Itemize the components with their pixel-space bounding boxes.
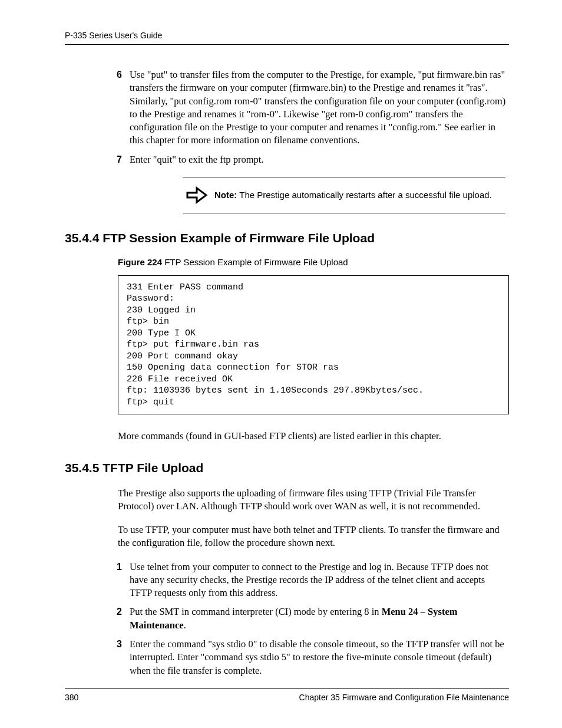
- step-number: 7: [117, 153, 122, 166]
- step-number: 1: [117, 561, 122, 574]
- section-heading-3545: 35.4.5 TFTP File Upload: [65, 461, 509, 475]
- step-list-b-container: 1 Use telnet from your computer to conne…: [118, 561, 509, 677]
- page-footer: 380 Chapter 35 Firmware and Configuratio…: [65, 688, 509, 702]
- paragraph: To use TFTP, your computer must have bot…: [118, 523, 509, 550]
- arrow-right-icon: [183, 183, 211, 207]
- paragraph: The Prestige also supports the uploading…: [118, 487, 509, 513]
- running-header: P-335 Series User's Guide: [65, 31, 509, 45]
- step-text: Put the SMT in command interpreter (CI) …: [130, 606, 458, 630]
- step-text-after: .: [184, 620, 186, 631]
- note-body: The Prestige automatically restarts afte…: [237, 190, 491, 200]
- step-item: 6 Use "put" to transfer files from the c…: [118, 68, 509, 147]
- step-number: 6: [117, 68, 122, 81]
- step-list-a-container: 6 Use "put" to transfer files from the c…: [118, 68, 509, 166]
- step-list-b: 1 Use telnet from your computer to conne…: [118, 561, 509, 677]
- note-block: Note: The Prestige automatically restart…: [183, 177, 505, 213]
- page-number: 380: [65, 693, 78, 702]
- step-number: 3: [117, 638, 122, 651]
- step-text: Enter the command "sys stdio 0" to disab…: [130, 638, 504, 676]
- step-item: 3 Enter the command "sys stdio 0" to dis…: [118, 638, 509, 677]
- step-text: Enter "quit" to exit the ftp prompt.: [130, 154, 263, 165]
- step-item: 7 Enter "quit" to exit the ftp prompt.: [118, 153, 509, 166]
- step-item: 1 Use telnet from your computer to conne…: [118, 561, 509, 600]
- chapter-title: Chapter 35 Firmware and Configuration Fi…: [299, 693, 509, 702]
- figure-label: Figure 224: [118, 257, 162, 267]
- page-container: P-335 Series User's Guide 6 Use "put" to…: [0, 0, 562, 728]
- step-text: Use telnet from your computer to connect…: [130, 561, 488, 599]
- step-text-before: Put the SMT in command interpreter (CI) …: [130, 606, 382, 617]
- note-text: Note: The Prestige automatically restart…: [211, 189, 492, 201]
- figure-caption: Figure 224 FTP Session Example of Firmwa…: [118, 257, 509, 267]
- note-label: Note:: [214, 190, 237, 200]
- step-item: 2 Put the SMT in command interpreter (CI…: [118, 605, 509, 632]
- figure-title: FTP Session Example of Firmware File Upl…: [162, 257, 348, 267]
- section-heading-3544: 35.4.4 FTP Session Example of Firmware F…: [65, 231, 509, 245]
- step-number: 2: [117, 605, 122, 618]
- step-text: Use "put" to transfer files from the com…: [130, 69, 505, 146]
- code-block: 331 Enter PASS command Password: 230 Log…: [118, 275, 509, 415]
- step-list-a: 6 Use "put" to transfer files from the c…: [118, 68, 509, 166]
- paragraph: More commands (found in GUI-based FTP cl…: [118, 430, 509, 443]
